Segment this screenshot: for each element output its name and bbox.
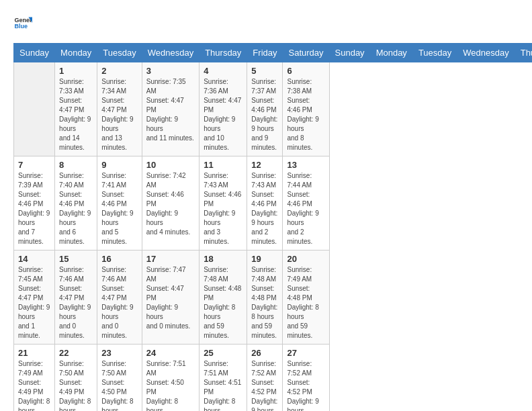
day-info: Sunrise: 7:52 AM Sunset: 4:52 PM Dayligh… — [287, 359, 324, 411]
day-number: 20 — [287, 254, 324, 264]
day-number: 27 — [287, 348, 324, 358]
header-day-monday: Monday — [55, 44, 97, 62]
svg-text:Blue: Blue — [14, 23, 28, 30]
header-day-tuesday: Tuesday — [97, 44, 142, 62]
calendar-cell: 18Sunrise: 7:48 AM Sunset: 4:48 PM Dayli… — [200, 250, 247, 345]
day-info: Sunrise: 7:43 AM Sunset: 4:46 PM Dayligh… — [204, 171, 242, 246]
calendar-cell: 2Sunrise: 7:34 AM Sunset: 4:47 PM Daylig… — [97, 62, 142, 156]
day-info: Sunrise: 7:34 AM Sunset: 4:47 PM Dayligh… — [101, 77, 137, 152]
calendar-week-1: 1Sunrise: 7:33 AM Sunset: 4:47 PM Daylig… — [14, 62, 533, 156]
day-number: 17 — [146, 254, 195, 264]
day-info: Sunrise: 7:44 AM Sunset: 4:46 PM Dayligh… — [287, 171, 324, 246]
day-number: 10 — [146, 160, 195, 170]
day-number: 16 — [101, 254, 137, 264]
header-day-monday: Monday — [370, 44, 412, 62]
header-day-sunday: Sunday — [329, 44, 370, 62]
day-info: Sunrise: 7:37 AM Sunset: 4:46 PM Dayligh… — [251, 77, 278, 152]
page-header: General Blue — [13, 13, 519, 32]
day-number: 21 — [18, 348, 50, 358]
calendar-cell: 25Sunrise: 7:51 AM Sunset: 4:51 PM Dayli… — [200, 345, 247, 412]
day-info: Sunrise: 7:51 AM Sunset: 4:51 PM Dayligh… — [204, 359, 242, 411]
calendar-cell: 24Sunrise: 7:51 AM Sunset: 4:50 PM Dayli… — [142, 345, 199, 412]
calendar-cell: 17Sunrise: 7:47 AM Sunset: 4:47 PM Dayli… — [142, 250, 199, 345]
day-number: 8 — [59, 160, 93, 170]
day-info: Sunrise: 7:40 AM Sunset: 4:46 PM Dayligh… — [59, 171, 93, 246]
day-number: 26 — [251, 348, 278, 358]
day-info: Sunrise: 7:49 AM Sunset: 4:49 PM Dayligh… — [18, 359, 50, 411]
day-number: 11 — [204, 160, 242, 170]
day-info: Sunrise: 7:38 AM Sunset: 4:46 PM Dayligh… — [287, 77, 324, 152]
header-day-friday: Friday — [247, 44, 283, 62]
header-day-saturday: Saturday — [283, 44, 329, 62]
calendar-table: SundayMondayTuesdayWednesdayThursdayFrid… — [13, 43, 532, 411]
day-number: 13 — [287, 160, 324, 170]
calendar-cell: 23Sunrise: 7:50 AM Sunset: 4:50 PM Dayli… — [97, 345, 142, 412]
calendar-cell: 27Sunrise: 7:52 AM Sunset: 4:52 PM Dayli… — [283, 345, 329, 412]
calendar-cell: 22Sunrise: 7:50 AM Sunset: 4:49 PM Dayli… — [55, 345, 97, 412]
calendar-week-4: 21Sunrise: 7:49 AM Sunset: 4:49 PM Dayli… — [14, 345, 533, 412]
calendar-cell: 7Sunrise: 7:39 AM Sunset: 4:46 PM Daylig… — [14, 156, 55, 250]
day-info: Sunrise: 7:50 AM Sunset: 4:50 PM Dayligh… — [101, 359, 137, 411]
logo-icon: General Blue — [13, 13, 32, 32]
day-number: 18 — [204, 254, 242, 264]
logo: General Blue — [13, 13, 32, 32]
header-day-tuesday: Tuesday — [412, 44, 457, 62]
day-info: Sunrise: 7:43 AM Sunset: 4:46 PM Dayligh… — [251, 171, 278, 246]
calendar-cell: 13Sunrise: 7:44 AM Sunset: 4:46 PM Dayli… — [283, 156, 329, 250]
day-number: 14 — [18, 254, 50, 264]
header-day-thursday: Thursday — [200, 44, 247, 62]
day-number: 15 — [59, 254, 93, 264]
day-info: Sunrise: 7:36 AM Sunset: 4:47 PM Dayligh… — [204, 77, 242, 152]
day-number: 23 — [101, 348, 137, 358]
calendar-header-row: SundayMondayTuesdayWednesdayThursdayFrid… — [14, 44, 533, 62]
day-info: Sunrise: 7:45 AM Sunset: 4:47 PM Dayligh… — [18, 265, 50, 340]
day-info: Sunrise: 7:48 AM Sunset: 4:48 PM Dayligh… — [204, 265, 242, 340]
calendar-cell: 5Sunrise: 7:37 AM Sunset: 4:46 PM Daylig… — [247, 62, 283, 156]
day-info: Sunrise: 7:39 AM Sunset: 4:46 PM Dayligh… — [18, 171, 50, 246]
calendar-cell: 11Sunrise: 7:43 AM Sunset: 4:46 PM Dayli… — [200, 156, 247, 250]
day-number: 5 — [251, 66, 278, 76]
day-info: Sunrise: 7:51 AM Sunset: 4:50 PM Dayligh… — [146, 359, 195, 411]
day-number: 1 — [59, 66, 93, 76]
day-number: 7 — [18, 160, 50, 170]
day-number: 24 — [146, 348, 195, 358]
header-day-sunday: Sunday — [14, 44, 55, 62]
day-info: Sunrise: 7:46 AM Sunset: 4:47 PM Dayligh… — [101, 265, 137, 340]
calendar-cell: 9Sunrise: 7:41 AM Sunset: 4:46 PM Daylig… — [97, 156, 142, 250]
calendar-cell: 3Sunrise: 7:35 AM Sunset: 4:47 PM Daylig… — [142, 62, 199, 156]
calendar-cell: 8Sunrise: 7:40 AM Sunset: 4:46 PM Daylig… — [55, 156, 97, 250]
day-info: Sunrise: 7:41 AM Sunset: 4:46 PM Dayligh… — [101, 171, 137, 246]
day-number: 2 — [101, 66, 137, 76]
calendar-cell — [14, 62, 55, 156]
day-number: 6 — [287, 66, 324, 76]
day-info: Sunrise: 7:48 AM Sunset: 4:48 PM Dayligh… — [251, 265, 278, 340]
calendar-cell: 4Sunrise: 7:36 AM Sunset: 4:47 PM Daylig… — [200, 62, 247, 156]
day-info: Sunrise: 7:49 AM Sunset: 4:48 PM Dayligh… — [287, 265, 324, 340]
day-number: 25 — [204, 348, 242, 358]
day-info: Sunrise: 7:35 AM Sunset: 4:47 PM Dayligh… — [146, 77, 195, 143]
calendar-week-2: 7Sunrise: 7:39 AM Sunset: 4:46 PM Daylig… — [14, 156, 533, 250]
day-number: 4 — [204, 66, 242, 76]
header-day-wednesday: Wednesday — [457, 44, 515, 62]
calendar-cell: 14Sunrise: 7:45 AM Sunset: 4:47 PM Dayli… — [14, 250, 55, 345]
calendar-cell: 21Sunrise: 7:49 AM Sunset: 4:49 PM Dayli… — [14, 345, 55, 412]
day-info: Sunrise: 7:52 AM Sunset: 4:52 PM Dayligh… — [251, 359, 278, 411]
calendar-week-3: 14Sunrise: 7:45 AM Sunset: 4:47 PM Dayli… — [14, 250, 533, 345]
calendar-cell: 1Sunrise: 7:33 AM Sunset: 4:47 PM Daylig… — [55, 62, 97, 156]
day-info: Sunrise: 7:33 AM Sunset: 4:47 PM Dayligh… — [59, 77, 93, 152]
calendar-cell: 20Sunrise: 7:49 AM Sunset: 4:48 PM Dayli… — [283, 250, 329, 345]
header-day-thursday: Thursday — [515, 44, 532, 62]
header-day-wednesday: Wednesday — [142, 44, 199, 62]
day-number: 3 — [146, 66, 195, 76]
day-number: 12 — [251, 160, 278, 170]
day-info: Sunrise: 7:42 AM Sunset: 4:46 PM Dayligh… — [146, 171, 195, 237]
calendar-cell: 16Sunrise: 7:46 AM Sunset: 4:47 PM Dayli… — [97, 250, 142, 345]
day-info: Sunrise: 7:46 AM Sunset: 4:47 PM Dayligh… — [59, 265, 93, 340]
calendar-cell: 6Sunrise: 7:38 AM Sunset: 4:46 PM Daylig… — [283, 62, 329, 156]
day-info: Sunrise: 7:50 AM Sunset: 4:49 PM Dayligh… — [59, 359, 93, 411]
calendar-cell: 12Sunrise: 7:43 AM Sunset: 4:46 PM Dayli… — [247, 156, 283, 250]
day-number: 19 — [251, 254, 278, 264]
day-number: 9 — [101, 160, 137, 170]
day-info: Sunrise: 7:47 AM Sunset: 4:47 PM Dayligh… — [146, 265, 195, 331]
calendar-cell: 19Sunrise: 7:48 AM Sunset: 4:48 PM Dayli… — [247, 250, 283, 345]
